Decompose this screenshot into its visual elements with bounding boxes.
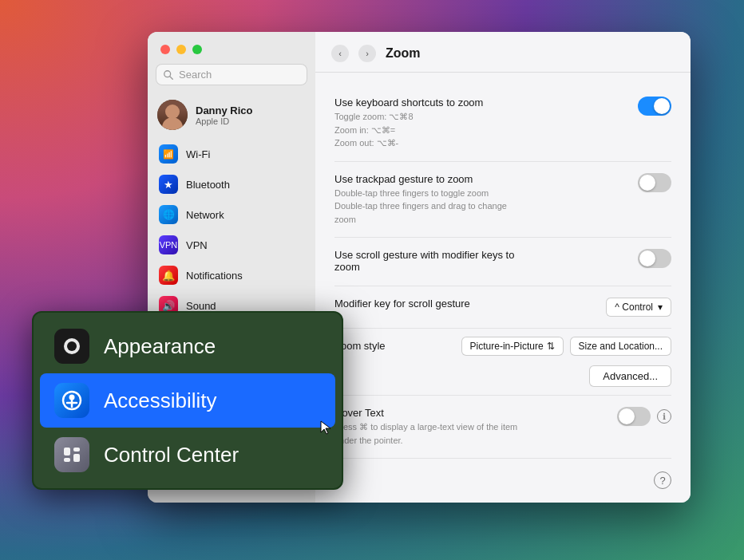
content-body: Use keyboard shortcuts to zoom Toggle zo… <box>315 73 691 503</box>
hover-text-row: Hover Text Press ⌘ to display a large-te… <box>334 396 671 459</box>
forward-button[interactable]: › <box>358 45 376 62</box>
cursor-arrow <box>319 420 332 436</box>
search-icon <box>163 69 174 81</box>
svg-rect-8 <box>64 448 70 455</box>
trackpad-gesture-control <box>638 173 671 192</box>
sidebar-label-vpn: VPN <box>186 239 208 251</box>
trackpad-gesture-label: Use trackpad gesture to zoom <box>334 173 520 185</box>
control-center-icon-large <box>54 437 89 472</box>
sidebar-item-vpn[interactable]: VPN VPN <box>152 231 311 259</box>
help-button[interactable]: ? <box>654 471 671 489</box>
magnified-label-appearance: Appearance <box>104 334 216 359</box>
hover-text-toggle[interactable] <box>617 407 651 426</box>
chevron-down-icon: ▾ <box>658 302 663 313</box>
sidebar-label-bluetooth: Bluetooth <box>186 179 230 191</box>
magnified-item-control-center[interactable]: Control Center <box>40 428 335 482</box>
notifications-icon: 🔔 <box>159 266 178 285</box>
user-info: Danny Rico Apple ID <box>196 105 253 126</box>
scroll-gesture-control <box>638 249 671 268</box>
zoom-style-value: Picture-in-Picture <box>470 341 544 352</box>
advanced-row: Advanced... <box>334 359 671 396</box>
hover-text-info-icon[interactable]: ℹ <box>657 409 671 424</box>
appearance-icon-large <box>54 329 89 364</box>
scroll-gesture-label: Use scroll gesture with modifier keys to… <box>334 249 520 273</box>
content-header: ‹ › Zoom <box>315 32 691 73</box>
trackpad-gesture-info: Use trackpad gesture to zoom Double-tap … <box>334 173 520 227</box>
modifier-key-dropdown[interactable]: ^ Control ▾ <box>606 298 671 317</box>
zoom-style-arrows: ⇅ <box>547 341 555 352</box>
modifier-key-info: Modifier key for scroll gesture <box>334 298 520 311</box>
trackpad-gesture-sub: Double-tap three fingers to toggle zoomD… <box>334 187 520 227</box>
magnified-sidebar-panel: Appearance Accessibility Control Center <box>32 311 343 490</box>
content-area: ‹ › Zoom Use keyboard shortcuts to zoom … <box>315 32 691 503</box>
magnified-item-accessibility[interactable]: Accessibility <box>40 373 335 428</box>
keyboard-shortcuts-toggle[interactable] <box>638 97 671 116</box>
traffic-lights <box>148 32 315 64</box>
svg-rect-10 <box>73 454 80 462</box>
svg-rect-11 <box>64 458 70 462</box>
user-profile[interactable]: Danny Rico Apple ID <box>148 93 315 140</box>
keyboard-shortcuts-row: Use keyboard shortcuts to zoom Toggle zo… <box>334 85 671 162</box>
keyboard-shortcuts-info: Use keyboard shortcuts to zoom Toggle zo… <box>334 97 520 150</box>
user-name: Danny Rico <box>196 105 253 116</box>
content-title: Zoom <box>386 46 421 61</box>
toggle-knob-4 <box>619 408 635 424</box>
user-subtitle: Apple ID <box>196 116 253 126</box>
sidebar-item-wifi[interactable]: 📶 Wi-Fi <box>152 140 311 168</box>
sidebar-label-notifications: Notifications <box>186 270 243 282</box>
hover-text-label: Hover Text <box>334 407 520 419</box>
svg-line-1 <box>170 76 173 79</box>
sidebar-item-notifications[interactable]: 🔔 Notifications <box>152 261 311 290</box>
avatar <box>157 100 188 130</box>
size-location-button[interactable]: Size and Location... <box>570 337 671 356</box>
keyboard-shortcuts-sub: Toggle zoom: ⌥⌘8Zoom in: ⌥⌘=Zoom out: ⌥⌘… <box>334 110 520 150</box>
sidebar-label-wifi: Wi-Fi <box>186 148 210 160</box>
sidebar-item-network[interactable]: 🌐 Network <box>152 200 311 229</box>
accessibility-icon-large <box>54 383 89 418</box>
keyboard-shortcuts-control <box>638 97 671 116</box>
minimize-button[interactable] <box>176 45 186 54</box>
svg-point-3 <box>67 341 77 351</box>
scroll-gesture-row: Use scroll gesture with modifier keys to… <box>334 238 671 286</box>
svg-rect-9 <box>73 448 80 452</box>
vpn-icon: VPN <box>159 235 178 254</box>
scroll-gesture-toggle[interactable] <box>638 249 671 268</box>
search-bar[interactable]: Search <box>156 64 307 85</box>
close-button[interactable] <box>160 45 170 54</box>
magnified-item-appearance[interactable]: Appearance <box>40 319 335 373</box>
zoom-style-dropdown[interactable]: Picture-in-Picture ⇅ <box>461 337 564 356</box>
trackpad-gesture-row: Use trackpad gesture to zoom Double-tap … <box>334 162 671 239</box>
zoom-style-row: Zoom style Picture-in-Picture ⇅ Size and… <box>334 329 671 359</box>
fullscreen-button[interactable] <box>192 45 202 54</box>
keyboard-shortcuts-label: Use keyboard shortcuts to zoom <box>334 97 520 108</box>
modifier-key-value: ^ Control <box>615 302 653 313</box>
advanced-button[interactable]: Advanced... <box>589 365 671 387</box>
magnified-label-control-center: Control Center <box>104 443 239 467</box>
network-icon: 🌐 <box>159 205 178 224</box>
sidebar-label-sound: Sound <box>186 300 216 312</box>
modifier-key-label: Modifier key for scroll gesture <box>334 298 520 310</box>
modifier-key-control: ^ Control ▾ <box>606 298 671 317</box>
wifi-icon: 📶 <box>159 144 178 164</box>
sidebar-label-network: Network <box>186 209 224 221</box>
toggle-knob-2 <box>639 175 655 191</box>
sidebar-item-bluetooth[interactable]: ★ Bluetooth <box>152 170 311 199</box>
toggle-knob <box>654 98 670 114</box>
magnified-label-accessibility: Accessibility <box>104 388 217 413</box>
hover-text-control: ℹ <box>617 407 671 426</box>
back-button[interactable]: ‹ <box>331 45 349 62</box>
hover-text-sub: Press ⌘ to display a large-text view of … <box>334 420 520 447</box>
hover-text-info: Hover Text Press ⌘ to display a large-te… <box>334 407 520 447</box>
toggle-knob-3 <box>639 250 655 266</box>
bluetooth-icon: ★ <box>159 175 178 194</box>
modifier-key-row: Modifier key for scroll gesture ^ Contro… <box>334 286 671 329</box>
trackpad-gesture-toggle[interactable] <box>638 173 671 192</box>
scroll-gesture-info: Use scroll gesture with modifier keys to… <box>334 249 520 274</box>
search-placeholder: Search <box>179 69 212 81</box>
